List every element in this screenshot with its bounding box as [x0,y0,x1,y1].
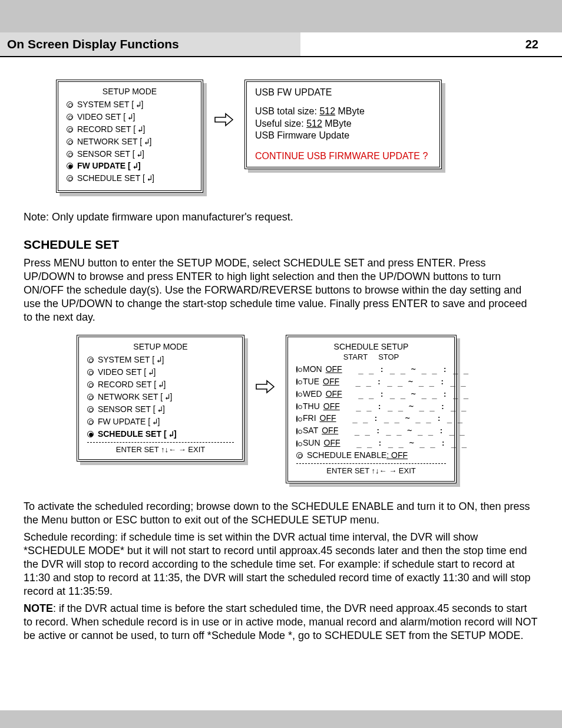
menu-item: VIDEO SET [ ↲] [67,112,193,123]
note-body: : if the DVR actual time is before the s… [24,602,537,641]
menu-item: FW UPDATE [ ↲] [67,161,193,172]
page-number: 22 [525,33,562,56]
schedule-day-row: WED OFF _ _ : _ _ ~ _ _ : _ _ [296,389,446,400]
bullet-icon [67,139,73,145]
setup-footer: ENTER SET ↑↓← → EXIT [87,445,234,455]
schedule-recording-para: Schedule recording: if schedule time is … [24,531,538,598]
page-header: On Screen Display Functions 22 [0,32,562,57]
bullet-icon [296,391,297,397]
usb-continue-prompt: CONTINUE USB FIRMWARE UPDATE ? [255,150,431,162]
bullet-icon [67,126,73,133]
bullet-icon [296,366,297,373]
day-time: _ _ : _ _ ~ _ _ : _ _ [356,377,467,387]
note-para: NOTE: if the DVR actual time is before t… [24,602,538,643]
arrow-right-icon [255,379,275,394]
setup-mode-title-2: SETUP MODE [87,342,234,353]
bullet-icon [67,175,73,182]
schedule-day-row: MON OFF _ _ : _ _ ~ _ _ : _ _ [296,364,446,375]
day-label: SAT [303,426,318,436]
usb-total-unit: MByte [335,106,365,116]
day-time: _ _ : _ _ ~ _ _ : _ _ [356,401,467,412]
day-time: _ _ : _ _ ~ _ _ : _ _ [356,438,467,449]
schedule-set-heading: SCHEDULE SET [24,237,538,253]
bullet-icon [67,151,73,157]
page-title: On Screen Display Functions [0,32,300,56]
schedule-columns: START STOP [296,353,446,363]
usb-useful-value: 512 [306,118,322,129]
schedule-setup-box: SCHEDULE SETUP START STOP MON OFF _ _ : … [286,335,457,483]
day-state: OFF [322,426,338,436]
schedule-enable-row: SCHEDULE ENABLE: OFF [296,450,446,461]
bullet-icon [87,381,94,388]
day-label: FRI [303,413,316,424]
day-state: OFF [326,364,342,375]
setup-mode-box-2: SETUP MODE SYSTEM SET [ ↲] VIDEO SET [ ↲… [77,335,244,462]
schedule-day-row: TUE OFF _ _ : _ _ ~ _ _ : _ _ [296,377,446,387]
menu-item: RECORD SET [ ↲] [67,124,193,135]
usb-title: USB FW UPDATE [255,87,431,98]
bullet-icon [296,452,303,459]
schedule-day-row: SUN OFF _ _ : _ _ ~ _ _ : _ _ [296,438,446,449]
menu-item: SCHEDULE SET [ ↲] [67,173,193,184]
divider [87,442,234,443]
bullet-icon [87,419,94,425]
menu-item: NETWORK SET [ ↲] [67,137,193,147]
day-label: WED [303,389,322,400]
usb-total-value: 512 [319,106,335,116]
setup-mode-title: SETUP MODE [67,87,193,97]
usb-fw-line: USB Firmware Update [255,130,431,141]
usb-fw-box: USB FW UPDATE USB total size: 512 MByte … [244,80,442,169]
day-state: OFF [323,377,339,387]
day-state: OFF [326,389,342,400]
usb-total-label: USB total size: [255,106,319,116]
fw-update-row: SETUP MODE SYSTEM SET [ ↲] VIDEO SET [ ↲… [24,80,538,193]
col-stop: STOP [378,353,399,363]
menu-item: SYSTEM SET [ ↲] [67,100,193,110]
menu-item: VIDEO SET [ ↲] [87,367,234,378]
firmware-note: Note: Only update firmware upon manufact… [24,210,538,224]
schedule-footer: ENTER SET ↑↓← → EXIT [296,466,446,476]
day-time: _ _ : _ _ ~ _ _ : _ _ [352,413,463,424]
day-label: SUN [303,438,320,449]
bullet-icon [296,440,297,447]
arrow-right-icon [214,112,234,127]
divider [296,463,446,464]
usb-useful-size: Useful size: 512 MByte [255,118,431,130]
usb-useful-label: Useful size: [255,118,306,129]
usb-total-size: USB total size: 512 MByte [255,106,431,117]
bullet-icon [87,369,94,375]
menu-item: SCHEDULE SET [ ↲] [87,429,234,440]
day-label: TUE [303,377,319,387]
day-label: MON [303,364,322,375]
usb-useful-unit: MByte [322,118,352,129]
schedule-title: SCHEDULE SETUP [296,342,446,353]
day-time: _ _ : _ _ ~ _ _ : _ _ [355,426,465,436]
day-time: _ _ : _ _ ~ _ _ : _ _ [358,389,469,400]
col-start: START [343,353,368,363]
bullet-icon [67,101,73,108]
menu-item: RECORD SET [ ↲] [87,380,234,390]
day-state: OFF [324,438,340,449]
day-state: OFF [323,401,340,412]
bottom-grey-bar [0,710,562,728]
bullet-icon [296,403,297,410]
schedule-set-para: Press MENU button to enter the SETUP MOD… [24,256,538,324]
schedule-row: SETUP MODE SYSTEM SET [ ↲] VIDEO SET [ ↲… [24,335,538,483]
menu-item: NETWORK SET [ ↲] [87,392,234,403]
bullet-icon [87,394,94,400]
activate-para: To activate the scheduled recording; bro… [24,500,538,527]
bullet-icon [296,428,297,434]
schedule-day-row: SAT OFF _ _ : _ _ ~ _ _ : _ _ [296,426,446,436]
top-grey-bar [0,0,562,32]
setup-mode-box-1: SETUP MODE SYSTEM SET [ ↲] VIDEO SET [ ↲… [56,80,203,193]
bullet-icon [87,357,94,363]
bullet-icon [296,416,297,422]
menu-item: FW UPDATE [ ↲] [87,417,234,427]
schedule-day-row: FRI OFF _ _ : _ _ ~ _ _ : _ _ [296,413,446,424]
menu-item: SENSOR SET [ ↲] [67,149,193,160]
bullet-icon [67,163,73,169]
schedule-enable-value: : OFF [386,450,408,460]
menu-item: SYSTEM SET [ ↲] [87,355,234,365]
day-label: THU [303,401,320,412]
menu-item: SENSOR SET [ ↲] [87,404,234,415]
